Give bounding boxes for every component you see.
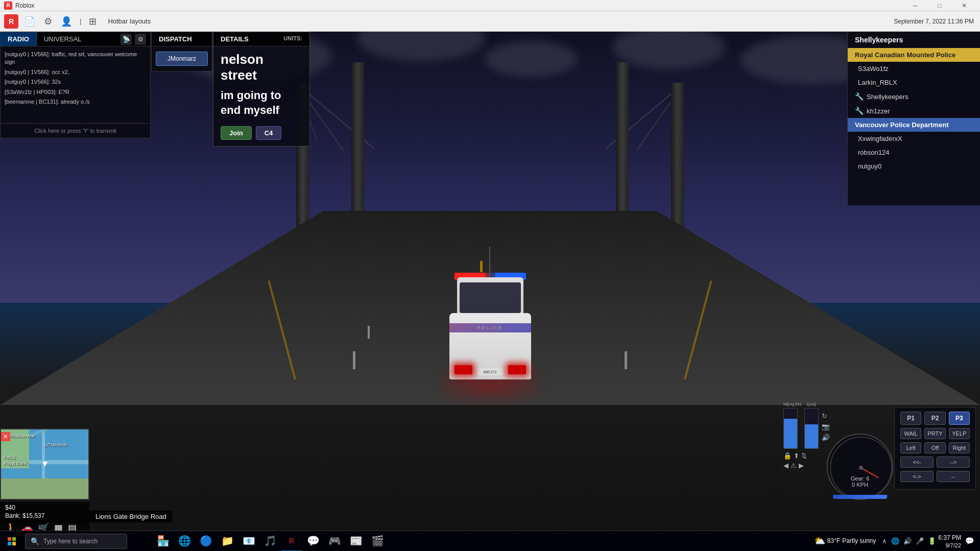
player-item-nutguy[interactable]: nutguy0 — [848, 159, 980, 173]
dispatch-unit[interactable]: JMonmarz — [156, 52, 208, 66]
siren-tone-yelp[interactable]: YELP — [949, 428, 970, 439]
notification-icon[interactable]: 💬 — [963, 537, 976, 545]
refresh-icon[interactable]: ↻ — [822, 412, 830, 420]
taskbar-app9-icon[interactable]: 🎮 — [324, 531, 345, 552]
player-name-s3awo1fz: S3aWo1fz — [858, 65, 889, 73]
taskbar-chrome-icon[interactable]: 🔵 — [196, 531, 216, 552]
player-name-robson: robson124 — [858, 149, 889, 156]
taskbar-roblox-icon[interactable]: R — [281, 531, 302, 552]
speedometer: Gear: 6 0 KPH — [827, 434, 893, 500]
arrow-up-icon[interactable]: ⬆ — [794, 452, 799, 460]
c4-button[interactable]: C4 — [256, 126, 282, 140]
taskbar-app8-icon[interactable]: 💬 — [303, 531, 323, 552]
siren-preset-p3[interactable]: P3 — [949, 412, 970, 425]
details-location: nelson street — [213, 46, 309, 86]
document-icon[interactable]: 📄 — [22, 14, 37, 29]
nav-right-icon[interactable]: ▶ — [799, 462, 804, 469]
siren-arrow-back[interactable]: <<- — [900, 457, 934, 468]
radio-broadcast-icon[interactable]: 📡 — [121, 34, 132, 45]
taskbar-store-icon[interactable]: 🏪 — [153, 531, 173, 552]
player-item-shellykeepers[interactable]: 🔧 Shellykeepers — [848, 89, 980, 104]
siren-direction-right[interactable]: Right — [949, 442, 970, 453]
app-title: Roblox — [15, 2, 903, 9]
chevron-up-icon[interactable]: ∧ — [882, 537, 887, 545]
taskbar-clock[interactable]: 6:37 PM 9/7/22 — [938, 534, 961, 548]
player-item-xxwing[interactable]: XxwingfaderxX — [848, 132, 980, 146]
player-cash: $40 — [5, 504, 84, 511]
taskbar-search[interactable]: 🔍 Type here to search — [25, 534, 127, 549]
hotbar-label[interactable]: Hotbar layouts — [104, 16, 155, 26]
speedo-circle: Gear: 6 0 KPH — [827, 434, 893, 500]
window-controls: ─ □ ✕ — [903, 0, 976, 11]
nav-left-icon[interactable]: ◀ — [783, 462, 788, 469]
siren-direction-left[interactable]: Left — [900, 442, 921, 453]
datetime-text: September 7, 2022 11:36 PM — [894, 18, 974, 25]
search-icon: 🔍 — [31, 537, 39, 545]
siren-preset-p2[interactable]: P2 — [924, 412, 945, 425]
location-bar: Lions Gate Bridge Road — [89, 511, 173, 522]
taskbar-app10-icon[interactable]: 📰 — [346, 531, 366, 552]
lock-icon[interactable]: 🔒 — [783, 452, 792, 460]
taskbar-app6-icon[interactable]: 🎵 — [260, 531, 280, 552]
rcmp-group-header[interactable]: Royal Canadian Mounted Police — [848, 48, 980, 62]
user-icon[interactable]: 👤 — [59, 14, 74, 29]
warning-icon[interactable]: ⚠ — [791, 462, 797, 469]
gas-bar — [804, 408, 819, 449]
datetime-bar: September 7, 2022 11:36 PM — [888, 11, 980, 32]
radio-message-1: [nutguy0 | 1V566]: traffic, red srt, van… — [5, 51, 146, 66]
speaker-icon[interactable]: 🔊 — [903, 537, 912, 545]
taskbar-date: 9/7/22 — [938, 542, 961, 548]
player-item-s3awo1fz[interactable]: S3aWo1fz — [848, 62, 980, 76]
vpd-group-header[interactable]: Vancouver Police Department — [848, 118, 980, 132]
maximize-button[interactable]: □ — [928, 0, 951, 11]
siren-arrow-row2: <-> -- — [899, 471, 971, 482]
start-button[interactable] — [0, 531, 23, 552]
tail-light-left — [455, 365, 472, 374]
taskbar-app11-icon[interactable]: 🎬 — [367, 531, 388, 552]
mic-icon[interactable]: 🎤 — [916, 537, 924, 545]
join-button[interactable]: Join — [221, 126, 252, 140]
taskbar-edge-icon[interactable]: 🌐 — [174, 531, 195, 552]
police-car: POLICE EBC272 — [444, 267, 536, 379]
taskbar-weather[interactable]: ⛅ 83°F Partly sunny — [810, 535, 880, 546]
rcmp-group-label: Royal Canadian Mounted Police — [855, 51, 955, 59]
player-item-kh1zzer[interactable]: 🔧 kh1zzer — [848, 104, 980, 118]
siren-arrow-forward[interactable]: --> — [937, 457, 970, 468]
siren-arrow-both[interactable]: <-> — [900, 471, 934, 482]
network-icon[interactable]: 🌐 — [891, 537, 899, 545]
siren-direction-off[interactable]: Off — [924, 442, 945, 453]
details-buttons: Join C4 — [213, 120, 309, 140]
radio-transmit-bar[interactable]: Click here or press 'Y' to transmit — [1, 123, 150, 138]
tail-lights — [455, 365, 526, 374]
taskbar-time: 6:37 PM — [938, 534, 961, 542]
arrows-updown-icon[interactable]: ⇅ — [801, 452, 807, 460]
weather-condition: Partly sunny — [842, 537, 876, 544]
player-name-kh1zzer: kh1zzer — [867, 107, 890, 115]
siren-arrow-none[interactable]: -- — [937, 471, 970, 482]
details-tab-label: DETAILS — [221, 35, 249, 43]
minimize-button[interactable]: ─ — [903, 0, 927, 11]
vpd-group-label: Vancouver Police Department — [855, 121, 949, 129]
vehicle-status: HEALTH GAS ↻ 📷 🔊 🔒 ⬆ ⇅ ◀ ⚠ ▶ — [783, 402, 822, 469]
taskbar-folder-icon[interactable]: 📁 — [217, 531, 237, 552]
camera-icon[interactable]: 📷 — [822, 423, 830, 430]
radio-tab[interactable]: RADIO — [1, 32, 37, 46]
health-bar-container: HEALTH — [783, 402, 801, 449]
layout-icon[interactable]: ⊞ — [85, 14, 100, 29]
player-item-larkin[interactable]: Larkin_RBLX — [848, 76, 980, 89]
radio-channel: UNIVERSAL — [37, 32, 116, 46]
radio-settings-icon[interactable]: ⚙ — [135, 34, 146, 45]
player-wrench-icon: 🔧 — [855, 92, 864, 101]
taskbar-widget-icon[interactable]: ⊞ — [131, 531, 152, 552]
car-body: POLICE EBC272 — [449, 313, 531, 379]
battery-icon[interactable]: 🔋 — [928, 537, 936, 545]
taskbar-mail-icon[interactable]: 📧 — [238, 531, 259, 552]
settings-icon[interactable]: ⚙ — [41, 14, 55, 29]
player-item-robson[interactable]: robson124 — [848, 146, 980, 159]
close-button[interactable]: ✕ — [952, 0, 976, 11]
details-header: DETAILS UNITS: — [213, 32, 309, 46]
siren-tone-prty[interactable]: PRTY — [924, 428, 945, 439]
siren-preset-p1[interactable]: P1 — [900, 412, 921, 425]
siren-tone-wail[interactable]: WAIL — [900, 428, 921, 439]
car-windshield — [460, 282, 521, 313]
